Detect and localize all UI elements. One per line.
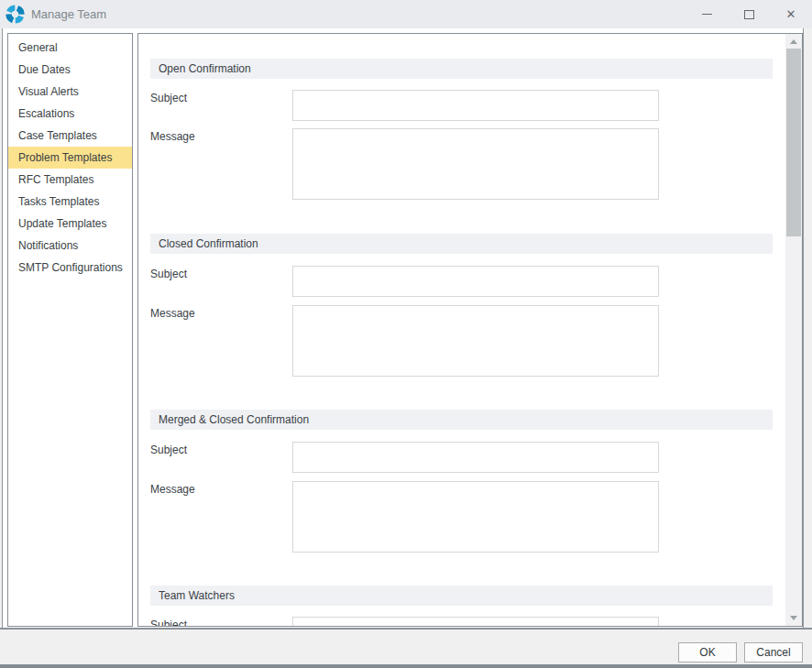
titlebar: Manage Team ✕ [0, 0, 812, 28]
section-header-merged-closed-confirmation: Merged & Closed Confirmation [150, 410, 773, 430]
message-label: Message [150, 481, 292, 553]
ok-button[interactable]: OK [678, 642, 737, 663]
message-label: Message [150, 305, 292, 377]
window-left-border [2, 28, 3, 628]
section-header-open-confirmation: Open Confirmation [150, 59, 773, 79]
minimize-icon [702, 14, 712, 15]
merged-closed-confirmation-message-textarea[interactable] [292, 481, 659, 553]
scroll-down-button[interactable] [785, 610, 802, 626]
close-button[interactable]: ✕ [770, 0, 812, 28]
sidebar-item-notifications[interactable]: Notifications [8, 235, 132, 257]
arrow-up-icon [790, 39, 797, 44]
sidebar-item-due-dates[interactable]: Due Dates [8, 59, 132, 81]
settings-nav-sidebar: General Due Dates Visual Alerts Escalati… [7, 33, 133, 627]
open-confirmation-message-textarea[interactable] [292, 128, 659, 200]
field-row: Message [150, 481, 785, 553]
subject-label: Subject [150, 90, 292, 121]
sidebar-item-visual-alerts[interactable]: Visual Alerts [8, 81, 132, 103]
form-scroll-content: Open Confirmation Subject Message Closed… [138, 34, 785, 626]
field-row: Message [150, 305, 785, 377]
field-row: Subject [150, 442, 785, 473]
open-confirmation-subject-input[interactable] [292, 90, 659, 121]
scroll-up-button[interactable] [785, 34, 802, 49]
closed-confirmation-message-textarea[interactable] [292, 305, 659, 377]
manage-team-dialog: Manage Team ✕ General Due Dates Visual A… [0, 0, 812, 668]
window-controls: ✕ [686, 0, 812, 28]
field-row: Subject [150, 90, 785, 121]
app-logo-icon [5, 5, 25, 24]
window-bottom-edge [0, 664, 812, 668]
window-title: Manage Team [31, 7, 106, 21]
templates-form-panel: Open Confirmation Subject Message Closed… [137, 33, 803, 627]
merged-closed-confirmation-subject-input[interactable] [292, 442, 659, 473]
scrollbar-thumb[interactable] [786, 49, 801, 236]
section-header-closed-confirmation: Closed Confirmation [150, 234, 773, 254]
sidebar-item-update-templates[interactable]: Update Templates [8, 213, 132, 235]
subject-label: Subject [150, 617, 292, 626]
minimize-button[interactable] [686, 0, 728, 28]
sidebar-item-case-templates[interactable]: Case Templates [8, 125, 132, 147]
sidebar-item-smtp-configurations[interactable]: SMTP Configurations [8, 257, 132, 279]
vertical-scrollbar[interactable] [785, 34, 802, 626]
cancel-button[interactable]: Cancel [744, 642, 803, 663]
message-label: Message [150, 128, 292, 200]
sidebar-item-general[interactable]: General [8, 37, 132, 59]
maximize-icon [744, 10, 754, 19]
sidebar-item-escalations[interactable]: Escalations [8, 103, 132, 125]
section-header-team-watchers: Team Watchers [150, 586, 773, 606]
subject-label: Subject [150, 442, 292, 473]
subject-label: Subject [150, 266, 292, 297]
sidebar-item-tasks-templates[interactable]: Tasks Templates [8, 191, 132, 213]
team-watchers-subject-input[interactable] [292, 617, 659, 626]
field-row: Subject [150, 617, 785, 626]
close-icon: ✕ [786, 8, 796, 20]
closed-confirmation-subject-input[interactable] [292, 266, 659, 297]
sidebar-item-rfc-templates[interactable]: RFC Templates [8, 169, 132, 191]
field-row: Message [150, 128, 785, 200]
sidebar-item-problem-templates[interactable]: Problem Templates [8, 147, 132, 169]
maximize-button[interactable] [728, 0, 770, 28]
window-right-border [803, 28, 804, 668]
dialog-footer: OK Cancel [0, 628, 812, 664]
field-row: Subject [150, 266, 785, 297]
arrow-down-icon [790, 616, 797, 620]
